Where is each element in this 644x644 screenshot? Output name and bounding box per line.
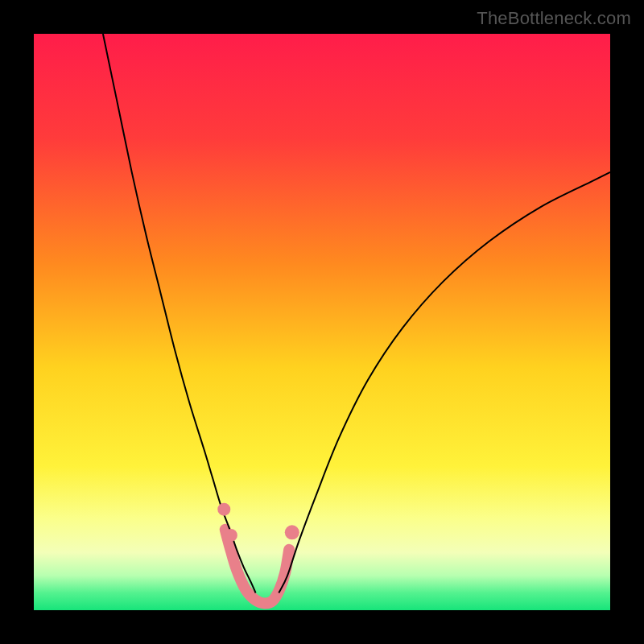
chart-canvas (34, 34, 610, 610)
watermark-label: TheBottleneck.com (477, 8, 631, 29)
plot-area (34, 34, 610, 610)
chart-frame: TheBottleneck.com (0, 0, 644, 644)
